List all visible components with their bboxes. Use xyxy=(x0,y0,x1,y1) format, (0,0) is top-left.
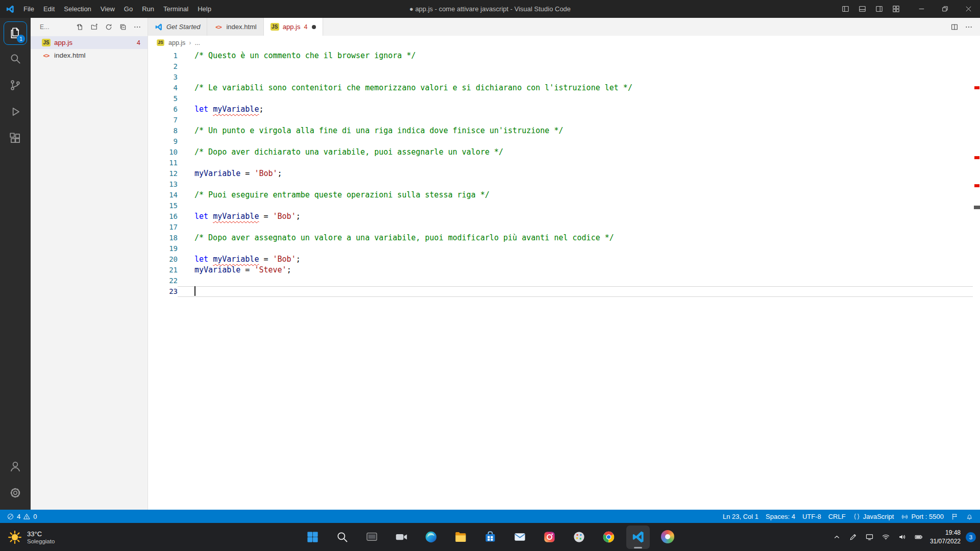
live-server-port[interactable]: Port : 5500 xyxy=(897,510,947,523)
taskbar-instagram-button[interactable] xyxy=(537,525,561,549)
new-folder-button[interactable] xyxy=(88,21,101,33)
modified-indicator[interactable] xyxy=(312,25,316,29)
code-line-23[interactable]: 23 xyxy=(148,286,973,297)
notification-count-badge[interactable]: 3 xyxy=(966,532,976,542)
tab-index.html[interactable]: <>index.html xyxy=(207,18,263,36)
code-line-12[interactable]: 12myVariable = 'Bob'; xyxy=(148,168,973,179)
activity-search[interactable] xyxy=(4,46,27,71)
activity-run-debug[interactable] xyxy=(4,99,27,124)
code-line-4[interactable]: 4/* Le variabili sono contenitori che me… xyxy=(148,83,973,93)
activity-account[interactable] xyxy=(4,454,27,479)
code-line-1[interactable]: 1/* Questo è un commento che il browser … xyxy=(148,51,973,61)
collapse-button[interactable] xyxy=(117,21,129,33)
menu-help[interactable]: Help xyxy=(193,0,216,18)
code-line-7[interactable]: 7 xyxy=(148,115,973,126)
layout-grid-button[interactable] xyxy=(888,0,904,18)
problems-indicator[interactable]: 40 xyxy=(3,510,40,523)
taskbar-vscode-button[interactable] xyxy=(626,525,650,549)
tray-battery-button[interactable] xyxy=(912,527,926,548)
file-app.js[interactable]: JSapp.js4 xyxy=(31,36,148,49)
refresh-button[interactable] xyxy=(103,21,115,33)
breadcrumb-symbol[interactable]: ... xyxy=(195,39,200,46)
more-actions-button[interactable] xyxy=(965,23,973,31)
line-number: 3 xyxy=(148,72,178,83)
menu-view[interactable]: View xyxy=(96,0,119,18)
taskbar-clock[interactable]: 19:48 31/07/2022 xyxy=(930,529,961,546)
tray-pen-button[interactable] xyxy=(846,527,861,548)
code-line-10[interactable]: 10/* Dopo aver dichiarato una variabile,… xyxy=(148,147,973,158)
tray-cast-button[interactable] xyxy=(863,527,877,548)
taskbar-edge-button[interactable] xyxy=(419,525,443,549)
activity-settings[interactable] xyxy=(4,480,27,506)
code-line-9[interactable]: 9 xyxy=(148,136,973,147)
tray-wifi-button[interactable] xyxy=(879,527,893,548)
more-button[interactable] xyxy=(131,21,143,33)
menu-selection[interactable]: Selection xyxy=(59,0,95,18)
layout-sidebar-right-button[interactable] xyxy=(871,0,888,18)
breadcrumb-file[interactable]: app.js xyxy=(168,39,185,46)
minimize-button[interactable] xyxy=(910,0,933,18)
taskbar-paint-button[interactable] xyxy=(567,525,591,549)
layout-panel-button[interactable] xyxy=(854,0,871,18)
restore-button[interactable] xyxy=(933,0,957,18)
code-line-15[interactable]: 15 xyxy=(148,201,973,211)
bell-button[interactable] xyxy=(962,510,977,523)
overview-ruler[interactable] xyxy=(973,49,980,510)
code-editor[interactable]: 1/* Questo è un commento che il browser … xyxy=(148,49,980,510)
activity-source-control[interactable] xyxy=(4,72,27,98)
code-line-14[interactable]: 14/* Puoi eseguire entrambe queste opera… xyxy=(148,190,973,201)
close-button[interactable] xyxy=(957,0,980,18)
activity-explorer[interactable]: 1 xyxy=(4,21,27,45)
split-editor-button[interactable] xyxy=(950,23,959,31)
tray-chevron-up-button[interactable] xyxy=(830,527,844,548)
taskbar-task-view-button[interactable] xyxy=(360,525,383,549)
eol-sequence[interactable]: CRLF xyxy=(825,510,849,523)
taskbar-photos-button[interactable] xyxy=(656,525,679,549)
code-line-17[interactable]: 17 xyxy=(148,222,973,233)
indentation[interactable]: Spaces: 4 xyxy=(762,510,799,523)
menu-run[interactable]: Run xyxy=(137,0,159,18)
encoding[interactable]: UTF-8 xyxy=(799,510,825,523)
menu-terminal[interactable]: Terminal xyxy=(159,0,193,18)
tab-get-started[interactable]: Get Started xyxy=(148,18,207,36)
breadcrumb[interactable]: JS app.js › ... xyxy=(148,36,980,49)
tray-volume-button[interactable] xyxy=(895,527,910,548)
code-line-11[interactable]: 11 xyxy=(148,158,973,168)
taskbar-mail-button[interactable] xyxy=(508,525,531,549)
code-line-16[interactable]: 16let myVariable = 'Bob'; xyxy=(148,211,973,222)
chevron-up-icon xyxy=(832,533,841,541)
code-line-18[interactable]: 18/* Dopo aver assegnato un valore a una… xyxy=(148,233,973,243)
line-number: 4 xyxy=(148,83,178,93)
code-line-19[interactable]: 19 xyxy=(148,243,973,254)
code-line-2[interactable]: 2 xyxy=(148,61,973,72)
menu-file[interactable]: File xyxy=(19,0,39,18)
menu-go[interactable]: Go xyxy=(119,0,137,18)
taskbar-store-button[interactable] xyxy=(478,525,502,549)
new-file-icon xyxy=(76,23,84,31)
file-index.html[interactable]: <>index.html xyxy=(31,49,148,62)
code-line-8[interactable]: 8/* Un punto e virgola alla fine di una … xyxy=(148,126,973,136)
tab-app.js[interactable]: JSapp.js4 xyxy=(264,18,324,36)
menu-edit[interactable]: Edit xyxy=(39,0,59,18)
feedback-button[interactable] xyxy=(947,510,962,523)
taskbar-start-button[interactable] xyxy=(301,525,324,549)
code-line-20[interactable]: 20let myVariable = 'Bob'; xyxy=(148,254,973,265)
language-mode[interactable]: JavaScript xyxy=(849,510,898,523)
taskbar-file-explorer-button[interactable] xyxy=(449,525,472,549)
braces-icon xyxy=(853,513,861,520)
code-line-3[interactable]: 3 xyxy=(148,72,973,83)
code-line-13[interactable]: 13 xyxy=(148,179,973,190)
new-file-button[interactable] xyxy=(74,21,86,33)
taskbar-chrome-button[interactable] xyxy=(597,525,620,549)
activity-extensions[interactable] xyxy=(4,126,27,151)
weather-widget[interactable]: 33°C Soleggiato xyxy=(0,523,62,551)
taskbar-camera-button[interactable] xyxy=(389,525,413,549)
taskbar-search-button[interactable] xyxy=(330,525,354,549)
code-line-22[interactable]: 22 xyxy=(148,276,973,286)
cursor-position[interactable]: Ln 23, Col 1 xyxy=(719,510,762,523)
code-line-5[interactable]: 5 xyxy=(148,93,973,104)
layout-sidebar-left-button[interactable] xyxy=(837,0,854,18)
code-line-6[interactable]: 6let myVariable; xyxy=(148,104,973,115)
line-number: 9 xyxy=(148,136,178,147)
code-line-21[interactable]: 21myVariable = 'Steve'; xyxy=(148,265,973,276)
